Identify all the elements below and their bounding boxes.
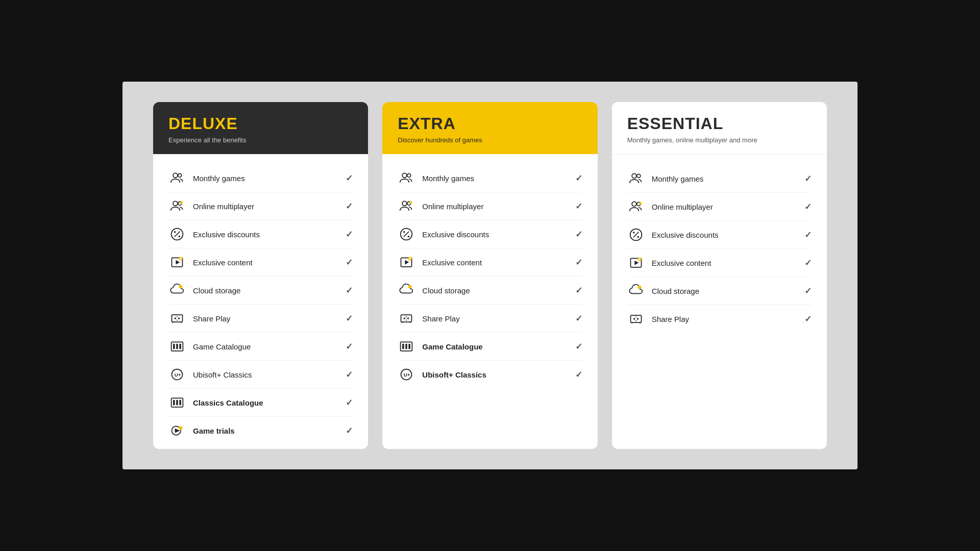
card-deluxe: DELUXEExperience all the benefits Monthl… [153,102,368,449]
feature-check-icon: ✓ [575,173,582,184]
svg-text:U+: U+ [175,372,181,378]
game-trials-icon [168,422,186,439]
feature-row: Monthly games✓ [168,164,353,192]
svg-point-7 [179,236,181,238]
feature-check-icon: ✓ [575,341,582,352]
svg-point-53 [639,202,642,204]
feature-label: Classics Catalogue [193,398,346,407]
feature-label: Exclusive content [422,258,575,267]
svg-point-39 [408,285,412,289]
feature-label: Exclusive discounts [422,230,575,239]
feature-row: Exclusive content✓ [627,249,812,277]
feature-check-icon: ✓ [804,173,812,184]
card-title-extra: EXTRA [398,114,582,133]
feature-row: Exclusive discounts✓ [627,221,812,249]
feature-label: Cloud storage [193,286,346,295]
feature-label: Exclusive content [652,259,804,267]
monthly-games-icon [398,169,415,187]
svg-point-29 [407,173,411,177]
feature-label: Game Catalogue [193,342,346,351]
svg-point-2 [173,201,178,206]
svg-rect-16 [173,344,175,349]
svg-point-28 [402,173,407,178]
feature-label: Online multiplayer [422,202,575,211]
svg-point-1 [178,173,182,177]
feature-row: Online multiplayer✓ [398,192,582,220]
card-subtitle-essential: Monthly games, online multiplayer and mo… [627,136,812,144]
feature-label: Share Play [193,314,346,323]
card-extra: EXTRADiscover hundreds of games Monthly … [382,102,597,449]
main-background: DELUXEExperience all the benefits Monthl… [122,82,857,469]
feature-row: U+ Ubisoft+ Classics✓ [398,361,582,388]
svg-marker-37 [405,260,409,265]
feature-check-icon: ✓ [804,314,812,324]
svg-rect-45 [406,344,408,349]
exclusive-content-icon [398,254,415,271]
card-body-essential: Monthly games✓ Online multiplayer✓ Exclu… [612,155,827,449]
svg-rect-46 [409,344,411,349]
feature-label: Share Play [652,315,804,323]
svg-marker-26 [175,429,180,433]
card-body-deluxe: Monthly games✓ Online multiplayer✓ Exclu… [153,154,368,449]
game-catalogue-icon [398,338,415,355]
svg-point-49 [632,173,636,178]
feature-check-icon: ✓ [804,202,812,212]
card-header-essential: ESSENTIALMonthly games, online multiplay… [612,102,827,155]
exclusive-discounts-icon [168,226,186,243]
svg-point-41 [404,317,406,319]
svg-point-60 [638,286,641,289]
feature-row: Game Catalogue✓ [168,333,353,361]
ubisoft-classics-icon: U+ [168,366,186,383]
online-multiplayer-icon [627,198,645,215]
exclusive-discounts-icon [398,226,415,243]
feature-check-icon: ✓ [346,285,353,296]
feature-row: Cloud storage✓ [168,277,353,305]
feature-check-icon: ✓ [575,257,582,268]
feature-label: Exclusive discounts [652,231,804,239]
feature-row: Game trials✓ [168,417,353,444]
classics-catalogue-icon [168,394,186,411]
svg-point-11 [179,285,183,289]
feature-row: Cloud storage✓ [398,277,582,305]
svg-point-6 [174,231,176,233]
svg-marker-58 [634,261,639,265]
feature-check-icon: ✓ [804,286,812,296]
svg-rect-12 [172,315,183,322]
feature-label: Cloud storage [422,286,575,295]
feature-label: Online multiplayer [652,203,804,211]
feature-row: Cloud storage✓ [627,277,812,305]
feature-check-icon: ✓ [346,173,353,184]
exclusive-discounts-icon [627,226,645,243]
svg-point-35 [408,236,410,238]
svg-point-51 [632,202,636,206]
feature-row: Online multiplayer✓ [168,192,353,220]
svg-point-14 [178,317,180,319]
feature-check-icon: ✓ [346,313,353,324]
feature-check-icon: ✓ [575,285,582,296]
feature-label: Ubisoft+ Classics [422,370,575,379]
svg-point-55 [633,232,635,234]
feature-row: Game Catalogue✓ [398,333,582,361]
game-catalogue-icon [168,338,186,355]
feature-row: Monthly games✓ [398,164,582,192]
share-play-icon [168,310,186,327]
feature-label: Game Catalogue [422,342,575,351]
svg-rect-17 [176,344,178,349]
feature-row: Share Play✓ [168,305,353,333]
feature-check-icon: ✓ [346,397,353,408]
online-multiplayer-icon [398,197,415,215]
card-essential: ESSENTIALMonthly games, online multiplay… [612,102,827,449]
svg-point-0 [173,173,178,178]
svg-rect-23 [176,400,178,406]
cloud-storage-icon [168,282,186,299]
feature-row: Share Play✓ [398,305,582,333]
feature-check-icon: ✓ [346,257,353,268]
feature-check-icon: ✓ [346,369,353,380]
feature-check-icon: ✓ [346,229,353,240]
feature-row: Exclusive discounts✓ [168,220,353,248]
feature-row: U+ Ubisoft+ Classics✓ [168,361,353,389]
cloud-storage-icon [398,282,415,299]
svg-point-4 [180,201,183,204]
svg-point-34 [403,231,405,233]
svg-point-42 [407,317,409,319]
